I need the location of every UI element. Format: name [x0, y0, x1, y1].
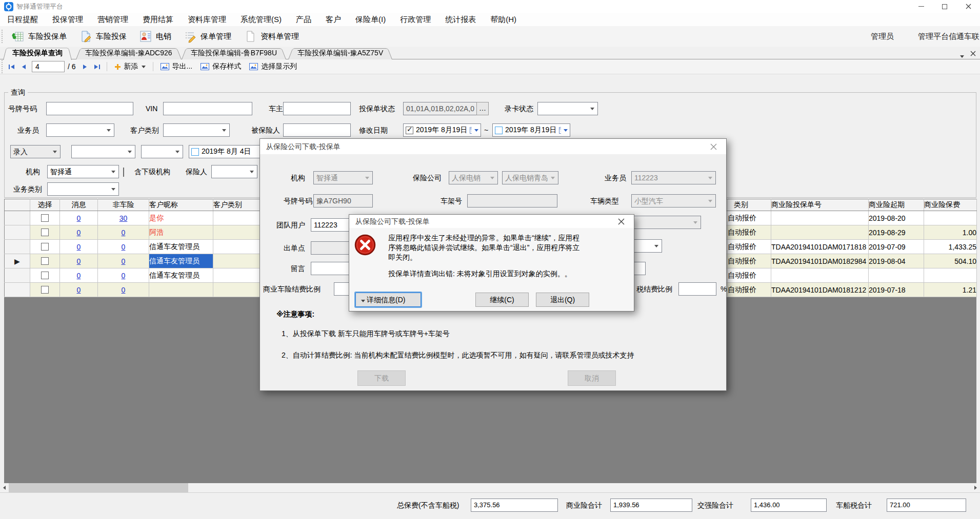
dlg-insurer-select-1[interactable]: 人保电销 — [449, 171, 498, 184]
biz-type-select[interactable] — [47, 182, 119, 196]
menu-marketing[interactable]: 营销管理 — [90, 13, 135, 26]
premium-cell[interactable]: 1.21 — [924, 283, 977, 297]
modify-date-from[interactable]: ✓ 2019年 8月19日 — [403, 123, 481, 137]
non-auto-link[interactable]: 30 — [98, 211, 149, 225]
start-date-cell[interactable] — [869, 268, 924, 283]
dlg-org-select[interactable]: 智择通 — [313, 171, 373, 184]
non-auto-link[interactable]: 0 — [98, 268, 149, 283]
policy-no-cell[interactable]: TDAA20194101DAM0181212 — [771, 283, 869, 297]
col-message[interactable]: 消息 — [60, 199, 98, 211]
error-continue-button[interactable]: 继续(C) — [475, 293, 529, 307]
menu-customer[interactable]: 客户 — [318, 13, 348, 26]
scroll-right-button[interactable] — [971, 483, 980, 492]
save-style-button[interactable]: 保存样式 — [196, 60, 245, 73]
menu-admin[interactable]: 行政管理 — [393, 13, 438, 26]
menu-system[interactable]: 系统管理(S) — [233, 13, 289, 26]
download-dialog-close-button[interactable] — [706, 139, 721, 154]
nickname-cell[interactable] — [149, 283, 213, 297]
prev-record-button[interactable] — [17, 61, 30, 72]
row-checkbox[interactable] — [41, 229, 49, 236]
policy-status-more-button[interactable]: … — [476, 102, 489, 115]
col-premium[interactable]: 商业险保费 — [924, 199, 977, 211]
row-checkbox[interactable] — [41, 286, 49, 294]
row-select-cell[interactable] — [30, 211, 60, 225]
chevron-down-icon[interactable] — [474, 129, 478, 132]
nickname-cell-selected[interactable]: 信通车友管理员 — [149, 254, 213, 268]
include-sub-checkbox[interactable] — [123, 168, 124, 177]
chevron-down-icon[interactable] — [564, 129, 568, 132]
error-quit-button[interactable]: 退出(Q) — [536, 293, 589, 307]
menu-policy[interactable]: 保险单(I) — [348, 13, 393, 26]
dlg-tax-ratio-input[interactable] — [678, 282, 716, 296]
entry-select-2[interactable] — [71, 145, 135, 158]
policy-no-cell[interactable] — [771, 225, 869, 240]
message-link[interactable]: 0 — [60, 283, 98, 297]
col-select[interactable]: 选择 — [30, 199, 60, 211]
row-select-cell[interactable] — [30, 240, 60, 254]
error-dialog-titlebar[interactable]: 从保险公司下载-投保单 — [349, 215, 634, 228]
start-date-cell[interactable]: 2019-08-20 — [869, 211, 924, 225]
quote-type-cell[interactable]: 自动报价 — [728, 283, 771, 297]
premium-cell[interactable]: 1.00 — [924, 225, 977, 240]
tab-policy-edit-2[interactable]: 车险投保单编辑-鲁B7F98U — [182, 47, 286, 59]
salesman-select[interactable] — [46, 123, 114, 137]
tab-close-button[interactable] — [970, 50, 976, 58]
tab-policy-edit-1[interactable]: 车险投保单编辑-豫ADC926 — [76, 47, 182, 59]
add-record-button[interactable]: 新添 — [110, 60, 150, 73]
start-date-cell[interactable]: 2019-07-18 — [869, 283, 924, 297]
org-select[interactable]: 智择通 — [47, 165, 119, 178]
menu-fee-settle[interactable]: 费用结算 — [135, 13, 181, 26]
entry-date[interactable]: 2019年 8月 4日 — [189, 145, 262, 158]
modify-date-to[interactable]: 2019年 8月19日 — [492, 123, 570, 137]
error-details-button[interactable]: 详细信息(D) — [355, 293, 421, 307]
policy-no-cell[interactable]: TDAA20194101DAM0171818 — [771, 240, 869, 254]
col-non-auto[interactable]: 非车险 — [98, 199, 149, 211]
error-dialog-close-button[interactable] — [613, 215, 629, 228]
scroll-left-button[interactable] — [0, 483, 9, 492]
start-date-cell[interactable]: 2019-08-29 — [869, 225, 924, 240]
col-start-date[interactable]: 商业险起期 — [869, 199, 924, 211]
export-button[interactable]: 导出... — [156, 60, 197, 73]
record-position-input[interactable]: 4 — [32, 61, 65, 72]
quote-type-cell[interactable]: 自动报价 — [728, 240, 771, 254]
nickname-cell[interactable]: 信通车友管理员 — [149, 268, 213, 283]
close-button[interactable] — [956, 0, 980, 13]
message-link[interactable]: 0 — [60, 211, 98, 225]
quote-type-cell[interactable]: 自动报价 — [728, 225, 771, 240]
menu-help[interactable]: 帮助(H) — [483, 13, 524, 26]
premium-cell[interactable] — [924, 211, 977, 225]
dlg-insurer-select-2[interactable]: 人保电销青岛 — [502, 171, 558, 184]
non-auto-link[interactable]: 0 — [98, 254, 149, 268]
date-checkbox-unchecked[interactable] — [495, 127, 503, 134]
download-dialog-titlebar[interactable]: 从保险公司下载-投保单 — [260, 139, 726, 154]
dlg-team-input[interactable]: 112223 — [311, 218, 351, 232]
dlg-vehicle-type-select[interactable]: 小型汽车 — [631, 194, 716, 207]
dlg-download-button[interactable]: 下载 — [357, 370, 406, 386]
last-record-button[interactable] — [91, 61, 104, 72]
row-checkbox[interactable] — [41, 257, 49, 265]
maximize-button[interactable] — [933, 0, 956, 13]
premium-cell[interactable]: 504.10 — [924, 254, 977, 268]
row-checkbox[interactable] — [41, 214, 49, 222]
customer-type-select[interactable] — [163, 123, 230, 137]
dlg-salesman-select[interactable]: 112223 — [631, 171, 716, 184]
message-link[interactable]: 0 — [60, 254, 98, 268]
horizontal-scrollbar[interactable] — [0, 483, 980, 492]
menu-schedule[interactable]: 日程提醒 — [0, 13, 45, 26]
quote-type-cell[interactable]: 自动报价 — [728, 254, 771, 268]
dlg-plate-input[interactable]: 豫A7GH90 — [313, 194, 373, 207]
premium-cell[interactable]: 1,433.25 — [924, 240, 977, 254]
quote-type-cell[interactable]: 自动报价 — [728, 211, 771, 225]
start-date-cell[interactable]: 2019-07-09 — [869, 240, 924, 254]
entry-type-select[interactable]: 录入 — [10, 145, 61, 158]
nickname-cell[interactable]: 是你 — [149, 211, 213, 225]
policy-status-input[interactable]: 01,01A,01B,02,02A,0 — [403, 102, 477, 115]
policy-no-cell[interactable]: TDAA20194101DAM0182984 — [771, 254, 869, 268]
start-date-cell[interactable]: 2019-08-04 — [869, 254, 924, 268]
col-policy-no[interactable]: 商业险投保单号 — [771, 199, 869, 211]
toolbtn-policy-manage[interactable]: 保单管理 — [177, 26, 237, 47]
next-record-button[interactable] — [79, 61, 91, 72]
vin-input[interactable] — [163, 102, 252, 115]
tab-policy-query[interactable]: 车险投保单查询 — [3, 47, 72, 59]
plate-input[interactable] — [46, 102, 133, 115]
